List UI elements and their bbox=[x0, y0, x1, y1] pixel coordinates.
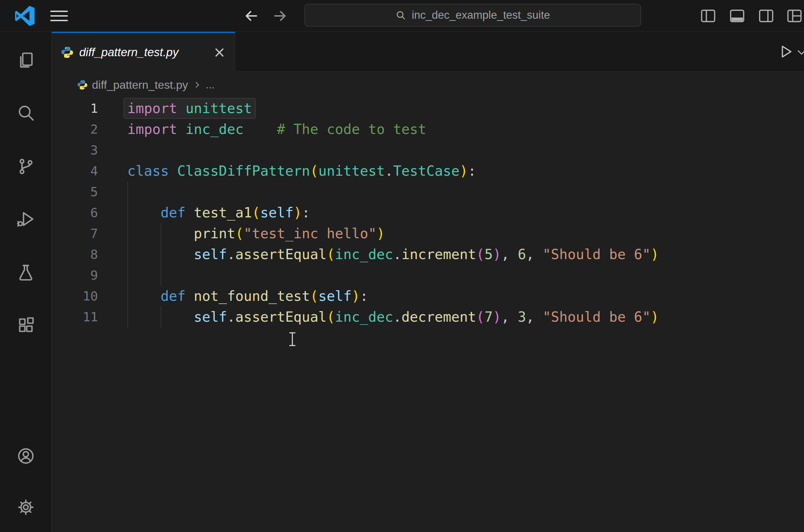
code-lines: 1import unittest2import inc_dec # The co… bbox=[52, 98, 804, 327]
text-cursor-pointer bbox=[289, 332, 296, 346]
line-number[interactable]: 11 bbox=[52, 310, 98, 324]
indent-guide bbox=[127, 286, 128, 306]
indent-guide bbox=[161, 306, 161, 327]
tab-title: diff_pattern_test.py bbox=[79, 46, 179, 59]
titlebar: inc_dec_example_test_suite bbox=[0, 0, 804, 32]
vscode-logo-icon bbox=[15, 6, 35, 26]
code-line[interactable]: 5 bbox=[52, 181, 804, 202]
breadcrumb-more[interactable]: ... bbox=[206, 79, 215, 91]
code-line[interactable]: 11 self.assertEqual(inc_dec.decrement(7)… bbox=[52, 306, 804, 327]
code-text: def test_a1(self): bbox=[127, 202, 310, 223]
line-number[interactable]: 10 bbox=[52, 289, 98, 303]
indent-guide bbox=[161, 265, 161, 286]
chevron-right-icon bbox=[192, 80, 202, 89]
line-number[interactable]: 6 bbox=[52, 205, 98, 220]
line-number[interactable]: 3 bbox=[52, 143, 98, 157]
indent-guide bbox=[127, 306, 128, 327]
explorer-icon[interactable] bbox=[17, 51, 35, 70]
indent-guide bbox=[127, 202, 128, 223]
code-line[interactable]: 4class ClassDiffPattern(unittest.TestCas… bbox=[52, 160, 804, 181]
line-number[interactable]: 8 bbox=[52, 247, 98, 262]
indent-guide bbox=[127, 244, 128, 265]
indent-guide bbox=[161, 244, 161, 265]
code-text: print("test_inc hello") bbox=[127, 223, 385, 244]
code-text: self.assertEqual(inc_dec.increment(5), 6… bbox=[127, 244, 659, 265]
forward-arrow-icon[interactable] bbox=[272, 7, 289, 24]
python-file-icon bbox=[61, 46, 74, 59]
current-line-highlight: import unittest bbox=[124, 99, 255, 118]
account-icon[interactable] bbox=[17, 447, 35, 465]
search-box[interactable]: inc_dec_example_test_suite bbox=[305, 4, 641, 27]
run-button-icon[interactable] bbox=[778, 44, 794, 59]
indent-guide bbox=[161, 223, 161, 244]
tab-bar: diff_pattern_test.py × bbox=[52, 32, 804, 72]
code-line[interactable]: 6 def test_a1(self): bbox=[52, 202, 804, 223]
code-line[interactable]: 9 bbox=[52, 265, 804, 286]
line-number[interactable]: 5 bbox=[52, 185, 98, 199]
code-text: self.assertEqual(inc_dec.decrement(7), 3… bbox=[127, 306, 659, 327]
indent-guide bbox=[127, 265, 128, 286]
code-line[interactable]: 10 def not_found_test(self): bbox=[52, 286, 804, 306]
source-control-icon[interactable] bbox=[17, 157, 35, 176]
settings-gear-icon[interactable] bbox=[17, 498, 35, 516]
toggle-secondary-sidebar-icon[interactable] bbox=[758, 7, 775, 24]
code-text: def not_found_test(self): bbox=[127, 286, 368, 306]
code-text: import inc_dec # The code to test bbox=[127, 119, 426, 140]
line-number[interactable]: 2 bbox=[52, 122, 98, 136]
activity-bar bbox=[0, 32, 52, 532]
run-and-debug-icon[interactable] bbox=[17, 210, 35, 228]
code-text: class ClassDiffPattern(unittest.TestCase… bbox=[127, 160, 476, 181]
search-value: inc_dec_example_test_suite bbox=[412, 9, 550, 22]
run-dropdown-chevron-icon[interactable] bbox=[796, 48, 804, 57]
extensions-icon[interactable] bbox=[17, 316, 35, 334]
editor-group: diff_pattern_test.py × diff_pattern_test… bbox=[52, 32, 804, 532]
menu-icon[interactable] bbox=[50, 11, 68, 22]
back-arrow-icon[interactable] bbox=[243, 7, 260, 24]
code-area[interactable]: 1import unittest2import inc_dec # The co… bbox=[52, 98, 804, 327]
line-number[interactable]: 7 bbox=[52, 226, 98, 241]
line-number[interactable]: 4 bbox=[52, 164, 98, 178]
toggle-primary-sidebar-icon[interactable] bbox=[700, 7, 717, 24]
testing-beaker-icon[interactable] bbox=[17, 263, 35, 282]
code-text: import unittest bbox=[127, 98, 255, 119]
search-icon bbox=[395, 10, 406, 21]
customize-layout-icon[interactable] bbox=[786, 7, 803, 24]
code-line[interactable]: 3 bbox=[52, 140, 804, 160]
indent-guide bbox=[127, 181, 128, 202]
code-line[interactable]: 7 print("test_inc hello") bbox=[52, 223, 804, 244]
python-file-icon bbox=[77, 80, 88, 90]
indent-guide bbox=[127, 223, 128, 244]
line-number[interactable]: 1 bbox=[52, 101, 98, 116]
tab-close-icon[interactable]: × bbox=[213, 45, 226, 60]
line-number[interactable]: 9 bbox=[52, 268, 98, 282]
code-line[interactable]: 1import unittest bbox=[52, 98, 804, 119]
code-line[interactable]: 2import inc_dec # The code to test bbox=[52, 119, 804, 140]
search-sidebar-icon[interactable] bbox=[17, 104, 35, 122]
tab-diff-pattern-test[interactable]: diff_pattern_test.py × bbox=[52, 32, 235, 72]
breadcrumb: diff_pattern_test.py ... bbox=[52, 72, 804, 98]
toggle-panel-icon[interactable] bbox=[729, 7, 746, 24]
breadcrumb-file[interactable]: diff_pattern_test.py bbox=[92, 78, 188, 92]
code-line[interactable]: 8 self.assertEqual(inc_dec.increment(5),… bbox=[52, 244, 804, 265]
